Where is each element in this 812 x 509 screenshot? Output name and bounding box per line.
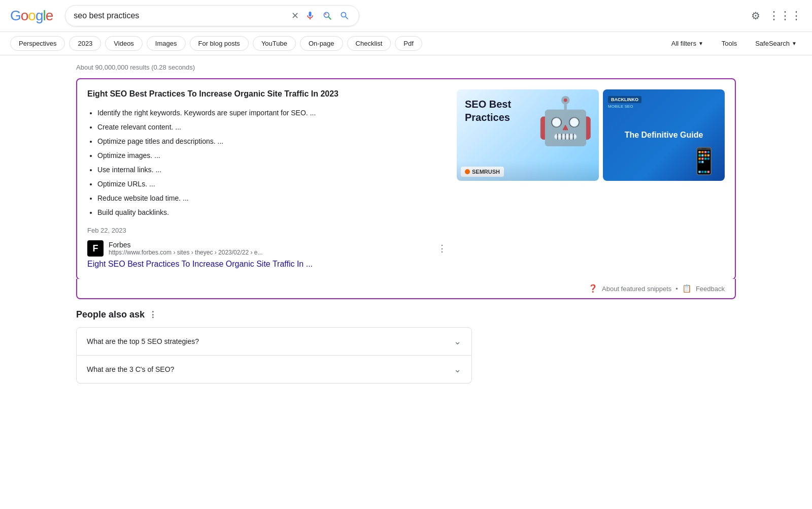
list-item: Use internal links. ... bbox=[97, 163, 447, 177]
snippet-link[interactable]: Eight SEO Best Practices To Increase Org… bbox=[87, 260, 313, 268]
snippet-title: Eight SEO Best Practices To Increase Org… bbox=[87, 89, 447, 99]
img1-robot-icon: 🤖 bbox=[537, 94, 594, 148]
paa-menu-icon[interactable]: ⋮ bbox=[149, 310, 157, 320]
list-item: Create relevant content. ... bbox=[97, 120, 447, 134]
paa-item-2[interactable]: What are the 3 C's of SEO? ⌄ bbox=[76, 356, 472, 384]
snippet-date: Feb 22, 2023 bbox=[87, 227, 447, 234]
lens-icon[interactable] bbox=[321, 10, 333, 22]
tools-button[interactable]: Tools bbox=[717, 37, 742, 50]
snippet-image-2[interactable]: BACKLINKO MOBILE SEO The Definitive Guid… bbox=[603, 89, 725, 181]
logo-letter-g: G bbox=[10, 8, 21, 24]
safesearch-chevron-icon: ▼ bbox=[792, 41, 797, 46]
snippet-footer: ❓ About featured snippets • 📋 Feedback bbox=[76, 279, 736, 299]
apps-grid-icon[interactable]: ⋮⋮⋮ bbox=[768, 9, 802, 22]
list-item: Optimize images. ... bbox=[97, 148, 447, 163]
question-icon: ❓ bbox=[588, 284, 598, 293]
mobile-seo-label: MOBILE SEO bbox=[608, 104, 720, 109]
google-logo: Google bbox=[10, 8, 53, 24]
paa-title: People also ask bbox=[76, 309, 145, 320]
people-also-ask-section: People also ask ⋮ What are the top 5 SEO… bbox=[76, 309, 736, 384]
svg-line-1 bbox=[328, 17, 331, 19]
results-count: About 90,000,000 results (0.28 seconds) bbox=[76, 63, 736, 71]
paa-question-2: What are the 3 C's of SEO? bbox=[87, 365, 174, 373]
paa-chevron-1: ⌄ bbox=[454, 336, 461, 347]
paa-chevron-2: ⌄ bbox=[454, 364, 461, 375]
all-filters-button[interactable]: All filters ▼ bbox=[666, 37, 708, 50]
header-right: ⚙ ⋮⋮⋮ bbox=[751, 9, 802, 22]
logo-letter-g2: g bbox=[36, 8, 43, 24]
filter-chip-2023[interactable]: 2023 bbox=[69, 36, 101, 51]
mic-icon[interactable] bbox=[304, 10, 316, 22]
img1-road bbox=[457, 161, 599, 181]
feedback-icon: 📋 bbox=[682, 284, 692, 293]
snippet-source: F Forbes https://www.forbes.com › sites … bbox=[87, 240, 447, 257]
source-more-icon[interactable]: ⋮ bbox=[437, 243, 447, 254]
main-content: About 90,000,000 results (0.28 seconds) … bbox=[66, 55, 746, 392]
snippet-list: Identify the right keywords. Keywords ar… bbox=[87, 106, 447, 219]
filter-actions: All filters ▼ Tools SafeSearch ▼ bbox=[666, 37, 802, 50]
filter-chip-youtube[interactable]: YouTube bbox=[253, 36, 296, 51]
source-name: Forbes bbox=[109, 241, 262, 249]
header: Google ✕ ⚙ ⋮⋮⋮ bbox=[0, 0, 812, 32]
list-item: Optimize URLs. ... bbox=[97, 177, 447, 191]
search-input[interactable] bbox=[74, 11, 286, 20]
safesearch-button[interactable]: SafeSearch ▼ bbox=[750, 37, 802, 50]
filter-chip-perspectives[interactable]: Perspectives bbox=[10, 36, 65, 51]
svg-point-2 bbox=[325, 13, 326, 15]
separator: • bbox=[675, 285, 678, 293]
list-item: Identify the right keywords. Keywords ar… bbox=[97, 106, 447, 120]
all-filters-chevron-icon: ▼ bbox=[698, 41, 703, 46]
paa-item-1[interactable]: What are the top 5 SEO strategies? ⌄ bbox=[76, 327, 472, 356]
snippet-left: Eight SEO Best Practices To Increase Org… bbox=[87, 89, 457, 269]
clear-icon[interactable]: ✕ bbox=[291, 10, 299, 21]
logo-letter-e: e bbox=[46, 8, 53, 24]
guide-text: The Definitive Guide bbox=[617, 122, 712, 148]
paa-header: People also ask ⋮ bbox=[76, 309, 736, 320]
filter-chip-checklist[interactable]: Checklist bbox=[347, 36, 391, 51]
filter-chip-for-blog-posts[interactable]: For blog posts bbox=[190, 36, 249, 51]
list-item: Optimize page titles and descriptions. .… bbox=[97, 134, 447, 148]
list-item: Reduce website load time. ... bbox=[97, 191, 447, 205]
filter-chip-images[interactable]: Images bbox=[147, 36, 186, 51]
list-item: Build quality backlinks. bbox=[97, 205, 447, 219]
logo-letter-o2: o bbox=[28, 8, 36, 24]
feedback-button[interactable]: Feedback bbox=[696, 285, 725, 293]
paa-question-1: What are the top 5 SEO strategies? bbox=[87, 337, 199, 345]
filter-bar: Perspectives 2023 Videos Images For blog… bbox=[0, 32, 812, 55]
backlinko-label: BACKLINKO bbox=[608, 96, 641, 103]
img1-text-line2: Practices bbox=[465, 112, 510, 123]
img1-text-line1: SEO Best bbox=[465, 99, 511, 110]
search-bar: ✕ bbox=[65, 5, 359, 26]
source-info: Forbes https://www.forbes.com › sites › … bbox=[109, 241, 262, 256]
filter-chip-pdf[interactable]: Pdf bbox=[395, 36, 422, 51]
phone-icon: 📱 bbox=[688, 146, 720, 176]
snippet-image-1[interactable]: SEO Best Practices 🤖 SEMRUSH bbox=[457, 89, 599, 181]
featured-snippet: Eight SEO Best Practices To Increase Org… bbox=[76, 78, 736, 280]
source-favicon: F bbox=[87, 240, 104, 257]
search-submit-icon[interactable] bbox=[339, 10, 351, 22]
source-url: https://www.forbes.com › sites › theyec … bbox=[109, 249, 262, 256]
gear-icon[interactable]: ⚙ bbox=[751, 10, 760, 22]
filter-chip-on-page[interactable]: On-page bbox=[300, 36, 343, 51]
filter-chip-videos[interactable]: Videos bbox=[105, 36, 143, 51]
about-featured-snippets-label[interactable]: About featured snippets bbox=[602, 285, 671, 293]
logo-letter-o1: o bbox=[21, 8, 28, 24]
snippet-images: SEO Best Practices 🤖 SEMRUSH BACKLINKO M… bbox=[457, 89, 725, 269]
